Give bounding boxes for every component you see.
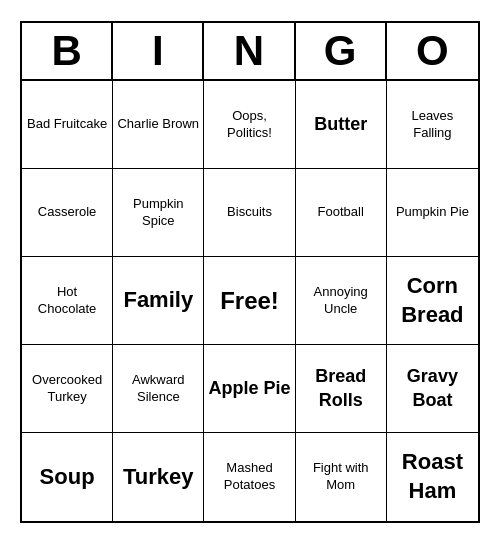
- bingo-cell-2: Oops, Politics!: [204, 81, 295, 169]
- bingo-cell-22: Mashed Potatoes: [204, 433, 295, 521]
- bingo-cell-18: Bread Rolls: [296, 345, 387, 433]
- bingo-letter-o: O: [387, 23, 478, 79]
- bingo-cell-17: Apple Pie: [204, 345, 295, 433]
- bingo-letter-b: B: [22, 23, 113, 79]
- bingo-cell-12: Free!: [204, 257, 295, 345]
- bingo-cell-9: Pumpkin Pie: [387, 169, 478, 257]
- bingo-letter-i: I: [113, 23, 204, 79]
- bingo-cell-16: Awkward Silence: [113, 345, 204, 433]
- bingo-cell-4: Leaves Falling: [387, 81, 478, 169]
- bingo-cell-21: Turkey: [113, 433, 204, 521]
- bingo-cell-8: Football: [296, 169, 387, 257]
- bingo-card: BINGO Bad FruitcakeCharlie BrownOops, Po…: [20, 21, 480, 523]
- bingo-header: BINGO: [22, 23, 478, 81]
- bingo-cell-23: Fight with Mom: [296, 433, 387, 521]
- bingo-cell-24: Roast Ham: [387, 433, 478, 521]
- bingo-grid: Bad FruitcakeCharlie BrownOops, Politics…: [22, 81, 478, 521]
- bingo-cell-6: Pumpkin Spice: [113, 169, 204, 257]
- bingo-cell-3: Butter: [296, 81, 387, 169]
- bingo-cell-5: Casserole: [22, 169, 113, 257]
- bingo-cell-20: Soup: [22, 433, 113, 521]
- bingo-cell-7: Biscuits: [204, 169, 295, 257]
- bingo-cell-13: Annoying Uncle: [296, 257, 387, 345]
- bingo-cell-14: Corn Bread: [387, 257, 478, 345]
- bingo-cell-10: Hot Chocolate: [22, 257, 113, 345]
- bingo-letter-n: N: [204, 23, 295, 79]
- bingo-cell-1: Charlie Brown: [113, 81, 204, 169]
- bingo-cell-19: Gravy Boat: [387, 345, 478, 433]
- bingo-cell-15: Overcooked Turkey: [22, 345, 113, 433]
- bingo-cell-11: Family: [113, 257, 204, 345]
- bingo-cell-0: Bad Fruitcake: [22, 81, 113, 169]
- bingo-letter-g: G: [296, 23, 387, 79]
